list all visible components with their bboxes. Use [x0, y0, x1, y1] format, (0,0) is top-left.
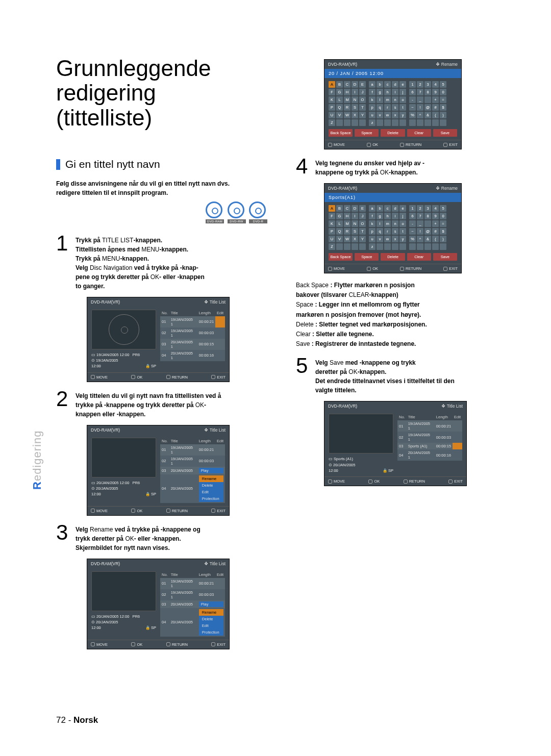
disc-type-icons: DVD-RAM DVD-RW DVD-R — [56, 201, 267, 224]
step-1: 1 Trykk på TITLE LIST-knappen. Tittellis… — [56, 234, 281, 291]
step-4: 4 Velg tegnene du ønsker ved hjelp av - … — [296, 157, 505, 177]
step-number: 5 — [296, 356, 311, 375]
step-text: Velg Save med -knappene og trykk derette… — [315, 356, 455, 395]
step-3: 3 Velg Rename ved å trykke på -knappene … — [56, 523, 281, 552]
osd-title-list-5: DVD-RAM(VR)❖ Title List ▭ Sports (A1) ⊙ … — [324, 401, 467, 486]
osd-keyboard-1: DVD-RAM(VR)❖ Rename 20 / JAN / 2005 12:0… — [324, 59, 462, 149]
key-definitions: Back Space : Flytter markøren n posisjon… — [296, 281, 505, 349]
section-heading: Gi en tittel nytt navn — [56, 158, 281, 170]
step-text: Velg tegnene du ønsker ved hjelp av - kn… — [315, 157, 424, 177]
step-5: 5 Velg Save med -knappene og trykk deret… — [296, 356, 505, 395]
osd-title-list-1: DVD-RAM(VR)❖ Title List ▭ 19/JAN/2005 12… — [87, 297, 230, 382]
step-2: 2 Velg tittelen du vil gi nytt navn fra … — [56, 389, 281, 419]
dvd-r-icon: DVD-R — [249, 201, 267, 224]
osd-title-list-3: DVD-RAM(VR)❖ Title List ▭ 20/JAN/2005 12… — [87, 559, 230, 649]
section-heading-text: Gi en tittel nytt navn — [65, 158, 160, 170]
title-table: No.TitleLengthEdit 0119/JAN/2005 100:00:… — [160, 310, 225, 361]
osd-title-list-2: DVD-RAM(VR)❖ Title List ▭ 20/JAN/2005 12… — [87, 425, 230, 516]
osd-keyboard-2: DVD-RAM(VR)❖ Rename Sports(A1) ABCDEFGHI… — [324, 183, 462, 273]
intro-text: Følg disse anvisningene når du vil gi en… — [56, 180, 240, 197]
page-footer: 72 - Norsk — [56, 715, 98, 725]
step-number: 4 — [296, 157, 311, 176]
step-number: 1 — [56, 234, 71, 253]
step-number: 3 — [56, 523, 71, 542]
step-text: Velg tittelen du vil gi nytt navn fra ti… — [76, 389, 221, 419]
sidebar-category: Redigering — [31, 431, 44, 490]
dvd-rw-icon: DVD-RW — [228, 201, 246, 224]
step-text: Trykk på TITLE LIST-knappen. Tittelliste… — [76, 234, 205, 291]
step-number: 2 — [56, 389, 71, 409]
step-text: Velg Rename ved å trykke på -knappene og… — [76, 523, 201, 552]
dvd-ram-icon: DVD-RAM — [206, 201, 224, 224]
page-title: Grunnleggende redigering (tittelliste) — [56, 56, 250, 130]
